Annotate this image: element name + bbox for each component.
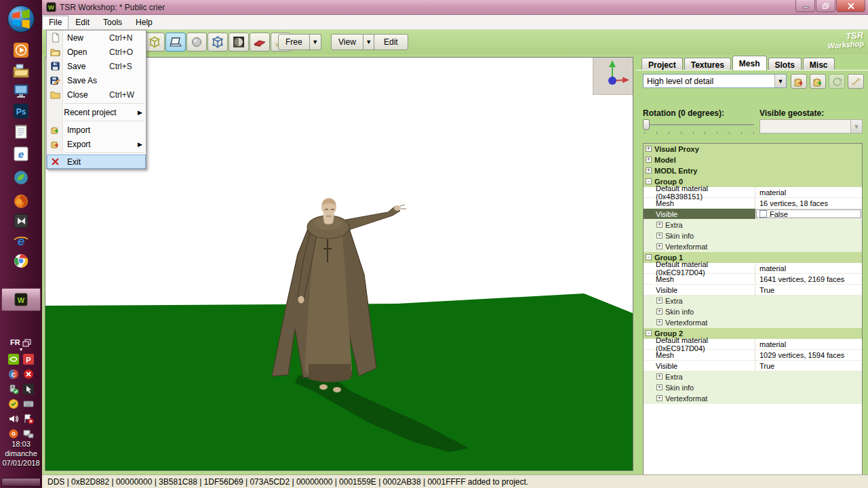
property-row[interactable]: VisibleTrue (644, 361, 862, 371)
collapse-icon[interactable]: - (646, 178, 652, 184)
orange-dot-icon[interactable] (8, 428, 19, 439)
file-menu-item-new[interactable]: NewCtrl+N (47, 30, 146, 45)
language-indicator[interactable]: FR ▾ (0, 338, 42, 352)
expand-icon[interactable]: + (656, 395, 663, 401)
collapse-icon[interactable]: - (646, 330, 652, 336)
sphere-button[interactable] (186, 33, 207, 52)
tab-textures[interactable]: Textures (684, 58, 731, 70)
network-icon[interactable] (23, 428, 34, 439)
taskbar-firefox[interactable] (12, 192, 31, 211)
taskbar-photoshop[interactable]: Ps (12, 102, 31, 121)
usb-icon[interactable] (8, 384, 19, 394)
tab-project[interactable]: Project (642, 58, 683, 70)
menu-help[interactable]: Help (129, 16, 159, 29)
restore-button[interactable] (816, 0, 835, 12)
file-menu-item-save[interactable]: SaveCtrl+S (47, 59, 146, 73)
shield-icon[interactable] (8, 399, 19, 409)
taskbar-monitor[interactable] (12, 81, 31, 100)
taskbar-green-orb[interactable] (12, 168, 31, 187)
action-center-flag-icon[interactable] (23, 413, 34, 424)
expand-icon[interactable]: + (656, 384, 663, 390)
taskbar-ie[interactable]: e (12, 231, 31, 250)
sub-node-row[interactable]: +Vertexformat (644, 317, 862, 328)
expand-icon[interactable]: + (656, 308, 663, 314)
property-row[interactable]: Mesh1641 vertices, 2169 faces (644, 274, 862, 285)
taskbar-workshop-w-active[interactable]: W (1, 288, 41, 311)
taskbar-explorer[interactable] (12, 61, 31, 80)
skeleton-cube-button[interactable] (208, 33, 228, 52)
bone-button[interactable] (848, 74, 864, 89)
keyboard-icon[interactable] (23, 399, 34, 409)
export-box-button[interactable] (791, 74, 807, 89)
file-menu-item-import[interactable]: Import (47, 123, 146, 137)
slider-thumb[interactable] (643, 119, 650, 130)
red-x-icon[interactable] (23, 369, 34, 380)
group-header-row[interactable]: +Visual Proxy (644, 144, 862, 155)
import-box-button[interactable] (810, 74, 826, 89)
property-value[interactable]: True (755, 361, 862, 371)
expand-icon[interactable]: + (656, 243, 663, 249)
expand-icon[interactable]: + (656, 298, 663, 304)
sub-node-row[interactable]: +Extra (644, 220, 862, 230)
property-value[interactable]: 16 vertices, 18 faces (755, 198, 862, 208)
group-header-row[interactable]: +MODL Entry (644, 165, 862, 176)
sub-node-row[interactable]: +Skin info (644, 306, 862, 317)
speaker-icon[interactable] (8, 413, 19, 424)
sub-node-row[interactable]: +Extra (644, 371, 862, 382)
expand-icon[interactable]: + (656, 222, 663, 228)
taskbar-notepad[interactable] (12, 122, 31, 141)
edit-button[interactable]: Edit (374, 34, 408, 50)
sub-node-row[interactable]: +Extra (644, 296, 862, 306)
minimize-button[interactable] (795, 0, 815, 12)
menu-file[interactable]: File (42, 16, 68, 29)
property-row[interactable]: Default material (0xEC917D04)material (644, 339, 862, 350)
expand-icon[interactable]: + (656, 319, 663, 325)
screen-button[interactable] (165, 33, 186, 52)
wireframe-cube-button[interactable] (144, 33, 165, 52)
property-value[interactable]: material (755, 263, 862, 273)
menu-edit[interactable]: Edit (68, 16, 96, 29)
tab-slots[interactable]: Slots (768, 58, 802, 70)
property-value[interactable]: True (755, 285, 862, 295)
file-menu-item-save-as[interactable]: Save As (47, 73, 146, 87)
expand-icon[interactable]: + (646, 167, 652, 174)
geostate-dropdown[interactable]: ▼ (760, 119, 863, 134)
sub-node-row[interactable]: +Skin info (644, 230, 862, 241)
close-button[interactable] (836, 0, 865, 12)
property-value[interactable]: False (755, 209, 862, 219)
clock[interactable]: 18:03 dimanche 07/01/2018 (0, 439, 42, 468)
free-mode-dropdown[interactable]: Free ▼ (278, 34, 321, 50)
property-row[interactable]: Default material (0xEC917D04)material (644, 263, 862, 274)
menu-tools[interactable]: Tools (96, 16, 129, 29)
file-menu-item-open[interactable]: OpenCtrl+O (47, 45, 146, 59)
property-value[interactable]: material (755, 187, 862, 197)
ground-plane-button[interactable] (250, 33, 270, 52)
nvidia-icon[interactable] (8, 354, 19, 365)
expand-icon[interactable]: + (656, 232, 663, 239)
mouse-icon[interactable] (23, 384, 34, 394)
tab-misc[interactable]: Misc (803, 58, 835, 70)
visible-checkbox[interactable] (760, 210, 767, 218)
collapse-icon[interactable]: - (646, 254, 652, 260)
chevron-down-icon[interactable]: ▼ (774, 75, 786, 87)
group-header-row[interactable]: +Model (644, 155, 862, 165)
file-menu-item-close[interactable]: CloseCtrl+W (47, 87, 146, 102)
property-value[interactable]: material (755, 339, 862, 349)
expand-icon[interactable]: + (646, 157, 652, 163)
rotation-slider[interactable] (643, 119, 754, 130)
tab-mesh[interactable]: Mesh (732, 56, 767, 70)
file-menu-item-export[interactable]: Export▶ (47, 137, 146, 151)
layout-switch-icon[interactable] (22, 338, 32, 348)
property-row[interactable]: VisibleFalse (644, 209, 862, 220)
property-row[interactable]: VisibleTrue (644, 285, 862, 296)
taskbar-dark-k[interactable] (12, 211, 31, 230)
view-mode-dropdown[interactable]: View ▼ (331, 34, 375, 50)
ccleaner-icon[interactable]: C (8, 369, 19, 380)
start-button[interactable] (7, 5, 35, 33)
taskbar-ie-box[interactable]: e (12, 144, 31, 163)
show-desktop-button[interactable] (1, 478, 41, 487)
expand-icon[interactable]: + (656, 373, 663, 380)
file-menu-item-recent-project[interactable]: Recent project▶ (47, 105, 146, 119)
sub-node-row[interactable]: +Skin info (644, 382, 862, 393)
titlebar[interactable]: W TSR Workshop: * Public crier (42, 0, 868, 15)
